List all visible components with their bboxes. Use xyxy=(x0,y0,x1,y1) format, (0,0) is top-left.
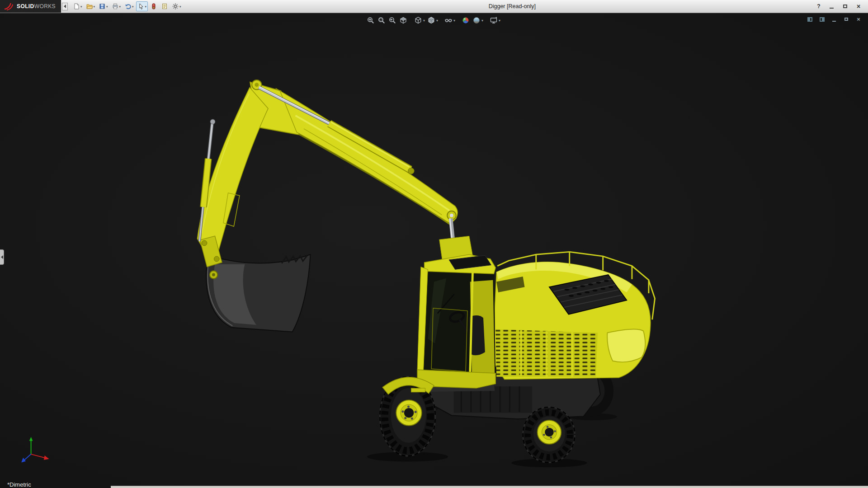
brand-solid: SOLID xyxy=(17,3,34,9)
restore-icon xyxy=(844,18,848,21)
dropdown-caret[interactable]: ▾ xyxy=(499,19,500,23)
dropdown-caret[interactable]: ▾ xyxy=(132,5,134,8)
window-title: Digger [Read-only] xyxy=(489,3,536,9)
hide-show-glasses-icon xyxy=(444,16,453,25)
digger-wheel-rear[interactable] xyxy=(523,407,575,463)
zoom-to-area-button[interactable] xyxy=(377,15,387,25)
display-style-icon xyxy=(427,16,436,25)
document-close-button[interactable]: × xyxy=(854,16,863,23)
heads-up-view-toolbar: ▾ ▾ ▾ xyxy=(366,15,501,25)
file-properties-icon xyxy=(161,3,168,10)
digger-boom[interactable] xyxy=(250,80,473,264)
dropdown-caret[interactable]: ▾ xyxy=(481,19,483,23)
brand-works: WORKS xyxy=(34,3,56,9)
right-pane-icon xyxy=(820,17,825,22)
view-orientation-label: *Dimetric xyxy=(7,481,31,488)
rebuild-icon xyxy=(150,3,157,10)
save-icon xyxy=(99,3,106,10)
view-settings-icon xyxy=(489,16,498,25)
save-button[interactable]: ▾ xyxy=(97,1,109,11)
digger-model[interactable] xyxy=(0,13,868,488)
quick-access-toolbar: ▾ ▾ ▾ ▾ ▾ xyxy=(71,1,183,11)
edit-appearance-button[interactable] xyxy=(461,15,471,25)
display-style-button[interactable]: ▾ xyxy=(426,15,439,25)
document-minimize-button[interactable] xyxy=(830,16,838,23)
file-properties-button[interactable] xyxy=(160,1,170,11)
window-controls: ? × xyxy=(814,2,868,10)
dropdown-caret[interactable]: ▾ xyxy=(453,19,455,23)
dropdown-caret[interactable]: ▾ xyxy=(179,5,181,8)
minimize-icon xyxy=(832,21,836,22)
previous-view-icon xyxy=(388,16,397,25)
solidworks-logo-icon xyxy=(4,2,14,10)
view-orientation-cube-icon xyxy=(414,16,423,25)
status-bar xyxy=(111,486,868,488)
open-folder-icon xyxy=(86,3,93,10)
digger-cab[interactable] xyxy=(417,254,495,388)
print-icon xyxy=(112,3,119,10)
section-view-button[interactable] xyxy=(398,15,408,25)
options-button[interactable]: ▾ xyxy=(170,1,183,11)
dropdown-caret[interactable]: ▾ xyxy=(119,5,121,8)
document-window-controls: × xyxy=(806,16,863,23)
chevron-left-icon xyxy=(1,255,3,259)
orientation-triad[interactable] xyxy=(21,437,49,462)
digger-body[interactable] xyxy=(495,252,655,379)
print-button[interactable]: ▾ xyxy=(110,1,123,11)
view-orientation-button[interactable]: ▾ xyxy=(413,15,425,25)
new-document-button[interactable]: ▾ xyxy=(71,1,84,11)
help-button[interactable]: ? xyxy=(814,3,824,9)
dropdown-caret[interactable]: ▾ xyxy=(80,5,82,8)
apply-scene-button[interactable]: ▾ xyxy=(472,15,484,25)
toolbar-expand-pin[interactable] xyxy=(62,3,68,10)
undo-button[interactable]: ▾ xyxy=(123,1,135,11)
minimize-button[interactable] xyxy=(826,2,837,10)
show-left-pane-button[interactable] xyxy=(806,16,814,23)
brand-text: SOLIDWORKS xyxy=(17,3,56,9)
zoom-to-area-icon xyxy=(377,16,386,25)
left-pane-icon xyxy=(807,17,812,22)
zoom-to-fit-icon xyxy=(366,16,375,25)
rebuild-button[interactable] xyxy=(149,1,159,11)
maximize-button[interactable] xyxy=(839,2,851,10)
section-view-icon xyxy=(399,16,408,25)
featuremanager-flyout-handle[interactable] xyxy=(0,249,4,265)
close-button[interactable]: × xyxy=(853,2,864,10)
digger-bucket[interactable] xyxy=(206,254,310,332)
document-restore-button[interactable] xyxy=(842,16,850,23)
hide-show-items-button[interactable]: ▾ xyxy=(443,15,456,25)
apply-scene-icon xyxy=(472,16,481,25)
dropdown-caret[interactable]: ▾ xyxy=(145,5,147,8)
open-button[interactable]: ▾ xyxy=(85,1,97,11)
show-right-pane-button[interactable] xyxy=(818,16,826,23)
previous-view-button[interactable] xyxy=(387,15,397,25)
new-document-icon xyxy=(73,3,80,10)
edit-appearance-icon xyxy=(461,16,470,25)
dropdown-caret[interactable]: ▾ xyxy=(94,5,95,8)
select-button[interactable]: ▾ xyxy=(136,1,148,11)
zoom-to-fit-button[interactable] xyxy=(366,15,376,25)
dropdown-caret[interactable]: ▾ xyxy=(423,19,425,23)
select-cursor-icon xyxy=(137,3,145,10)
solidworks-logo: SOLIDWORKS xyxy=(0,0,61,13)
title-bar: SOLIDWORKS ▾ ▾ ▾ ▾ xyxy=(0,0,868,13)
dropdown-caret[interactable]: ▾ xyxy=(106,5,108,8)
graphics-area[interactable]: ▾ ▾ ▾ xyxy=(0,13,868,488)
maximize-icon xyxy=(843,5,847,8)
view-settings-button[interactable]: ▾ xyxy=(489,15,501,25)
dropdown-caret[interactable]: ▾ xyxy=(436,19,438,23)
undo-icon xyxy=(124,3,132,10)
minimize-icon xyxy=(830,8,834,9)
options-gear-icon xyxy=(172,3,179,10)
